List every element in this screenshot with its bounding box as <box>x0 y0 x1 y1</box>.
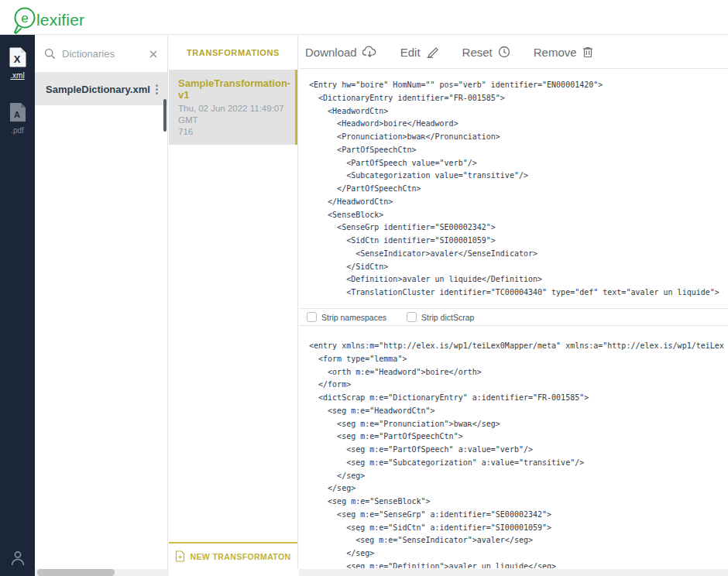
transformations-panel: TRANSFORMATIONS SampleTransformation-v1 … <box>169 36 298 569</box>
rail-label-pdf: .pdf <box>11 126 24 135</box>
strip-namespaces-option[interactable]: Strip namespaces <box>307 312 386 322</box>
strip-options-row: Strip namespaces Strip dictScrap <box>299 309 728 326</box>
file-plus-icon <box>175 550 185 562</box>
xml-file-icon: X <box>9 46 27 68</box>
logo-text: lexifier <box>36 11 84 29</box>
transformed-xml-view[interactable]: <entry xmlns:m="http://elex.is/wp1/teiLe… <box>299 326 728 568</box>
dictionaries-scrollbar[interactable] <box>163 99 167 132</box>
search-icon <box>44 48 56 60</box>
transformation-list-item[interactable]: SampleTransformation-v1 Thu, 02 Jun 2022… <box>169 70 297 145</box>
dictionary-name: SampleDictionary.xml <box>46 84 153 95</box>
transformations-header: TRANSFORMATIONS <box>169 36 297 70</box>
remove-label: Remove <box>534 46 577 59</box>
profile-button[interactable] <box>0 550 35 567</box>
dictionaries-hscrollbar-thumb[interactable] <box>37 569 115 576</box>
transformation-extra: 716 <box>178 126 286 138</box>
logo-speech-bubble-icon: e <box>9 5 39 36</box>
file-type-rail: X .xml A .pdf <box>0 35 35 576</box>
elexifier-app: e lexifier X .xml A <box>0 0 728 576</box>
person-icon <box>9 550 26 567</box>
strip-dictscrap-option[interactable]: Strip dictScrap <box>407 312 474 322</box>
sidebar-item-xml[interactable]: X .xml <box>0 46 35 80</box>
reset-button[interactable]: Reset <box>462 46 510 59</box>
transformation-date: Thu, 02 Jun 2022 11:49:07 GMT <box>178 103 286 126</box>
dictionaries-panel: SampleDictionary.xml <box>35 36 168 569</box>
transformation-toolbar: Download Edit <box>299 36 728 69</box>
pencil-icon <box>426 46 439 58</box>
clear-search-icon[interactable] <box>149 50 158 59</box>
trash-icon <box>582 46 593 58</box>
sidebar-item-pdf[interactable]: A .pdf <box>0 101 35 135</box>
code-hscrollbar[interactable] <box>299 569 728 576</box>
cloud-download-icon <box>362 46 377 58</box>
top-header: e lexifier <box>0 0 728 35</box>
dictionaries-hscrollbar[interactable] <box>35 569 169 576</box>
new-transformation-button[interactable]: NEW TRANSFORMATON <box>169 542 297 562</box>
dictionary-list-item[interactable]: SampleDictionary.xml <box>35 73 167 105</box>
elexifier-logo[interactable]: e lexifier <box>9 5 84 36</box>
transformation-name: SampleTransformation-v1 <box>178 77 286 101</box>
svg-text:X: X <box>13 53 20 65</box>
edit-button[interactable]: Edit <box>400 46 439 59</box>
rail-label-xml: .xml <box>10 71 24 80</box>
reset-label: Reset <box>462 46 493 59</box>
search-input[interactable] <box>62 48 149 60</box>
strip-dictscrap-label: Strip dictScrap <box>421 313 474 322</box>
strip-namespaces-label: Strip namespaces <box>321 313 386 322</box>
strip-dictscrap-checkbox[interactable] <box>407 312 417 322</box>
dictionary-search-row <box>35 36 167 73</box>
new-transformation-label: NEW TRANSFORMATON <box>190 552 290 561</box>
pdf-file-icon: A <box>9 101 27 123</box>
remove-button[interactable]: Remove <box>534 46 593 59</box>
svg-text:e: e <box>21 11 28 26</box>
edit-label: Edit <box>400 46 421 59</box>
transformation-detail: Download Edit <box>299 36 728 569</box>
download-label: Download <box>305 46 357 59</box>
clock-icon <box>498 46 510 58</box>
dictionary-options-kebab-icon[interactable] <box>153 81 161 98</box>
strip-namespaces-checkbox[interactable] <box>307 312 317 322</box>
download-button[interactable]: Download <box>305 46 377 59</box>
svg-text:A: A <box>14 110 20 119</box>
source-xml-view[interactable]: <Entry hw="boire" HomNum="" pos="verb" i… <box>299 69 728 309</box>
